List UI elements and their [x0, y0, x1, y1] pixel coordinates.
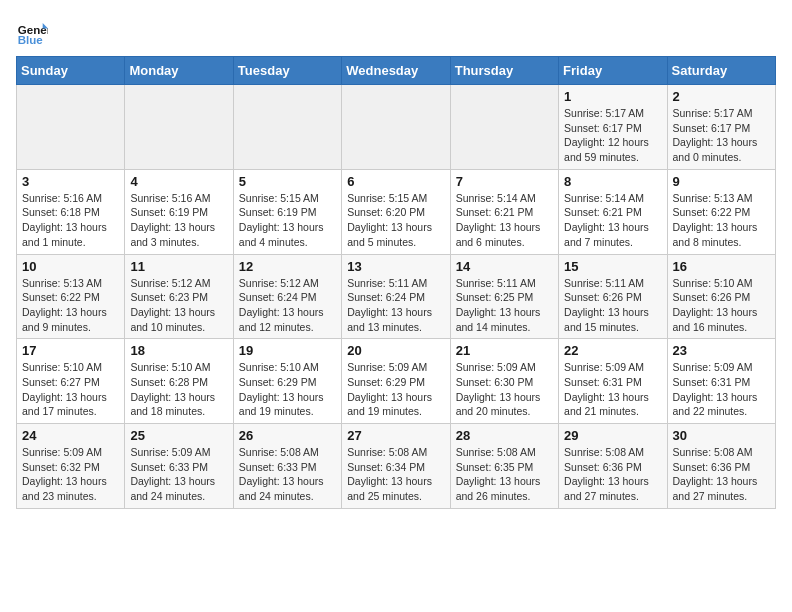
- day-number: 5: [239, 174, 336, 189]
- day-info: Sunrise: 5:16 AM Sunset: 6:19 PM Dayligh…: [130, 191, 227, 250]
- day-number: 1: [564, 89, 661, 104]
- logo-icon: General Blue: [16, 16, 48, 48]
- calendar-week-row: 1Sunrise: 5:17 AM Sunset: 6:17 PM Daylig…: [17, 85, 776, 170]
- weekday-header: Tuesday: [233, 57, 341, 85]
- day-number: 3: [22, 174, 119, 189]
- calendar-cell: 2Sunrise: 5:17 AM Sunset: 6:17 PM Daylig…: [667, 85, 775, 170]
- day-info: Sunrise: 5:14 AM Sunset: 6:21 PM Dayligh…: [564, 191, 661, 250]
- day-info: Sunrise: 5:09 AM Sunset: 6:33 PM Dayligh…: [130, 445, 227, 504]
- day-number: 24: [22, 428, 119, 443]
- calendar-cell: 22Sunrise: 5:09 AM Sunset: 6:31 PM Dayli…: [559, 339, 667, 424]
- calendar-cell: 13Sunrise: 5:11 AM Sunset: 6:24 PM Dayli…: [342, 254, 450, 339]
- calendar-cell: 29Sunrise: 5:08 AM Sunset: 6:36 PM Dayli…: [559, 424, 667, 509]
- day-number: 22: [564, 343, 661, 358]
- weekday-header: Sunday: [17, 57, 125, 85]
- day-info: Sunrise: 5:14 AM Sunset: 6:21 PM Dayligh…: [456, 191, 553, 250]
- svg-text:Blue: Blue: [18, 34, 44, 46]
- day-number: 21: [456, 343, 553, 358]
- calendar-week-row: 24Sunrise: 5:09 AM Sunset: 6:32 PM Dayli…: [17, 424, 776, 509]
- day-info: Sunrise: 5:12 AM Sunset: 6:23 PM Dayligh…: [130, 276, 227, 335]
- day-info: Sunrise: 5:17 AM Sunset: 6:17 PM Dayligh…: [673, 106, 770, 165]
- day-number: 20: [347, 343, 444, 358]
- day-number: 2: [673, 89, 770, 104]
- day-number: 14: [456, 259, 553, 274]
- calendar-week-row: 3Sunrise: 5:16 AM Sunset: 6:18 PM Daylig…: [17, 169, 776, 254]
- day-info: Sunrise: 5:09 AM Sunset: 6:32 PM Dayligh…: [22, 445, 119, 504]
- calendar-cell: 25Sunrise: 5:09 AM Sunset: 6:33 PM Dayli…: [125, 424, 233, 509]
- day-info: Sunrise: 5:10 AM Sunset: 6:27 PM Dayligh…: [22, 360, 119, 419]
- day-info: Sunrise: 5:09 AM Sunset: 6:31 PM Dayligh…: [673, 360, 770, 419]
- day-info: Sunrise: 5:09 AM Sunset: 6:29 PM Dayligh…: [347, 360, 444, 419]
- day-info: Sunrise: 5:08 AM Sunset: 6:35 PM Dayligh…: [456, 445, 553, 504]
- day-info: Sunrise: 5:10 AM Sunset: 6:28 PM Dayligh…: [130, 360, 227, 419]
- calendar-cell: 9Sunrise: 5:13 AM Sunset: 6:22 PM Daylig…: [667, 169, 775, 254]
- weekday-header: Friday: [559, 57, 667, 85]
- day-number: 7: [456, 174, 553, 189]
- day-info: Sunrise: 5:08 AM Sunset: 6:33 PM Dayligh…: [239, 445, 336, 504]
- calendar-cell: 27Sunrise: 5:08 AM Sunset: 6:34 PM Dayli…: [342, 424, 450, 509]
- day-number: 30: [673, 428, 770, 443]
- calendar-cell: 15Sunrise: 5:11 AM Sunset: 6:26 PM Dayli…: [559, 254, 667, 339]
- day-info: Sunrise: 5:15 AM Sunset: 6:20 PM Dayligh…: [347, 191, 444, 250]
- day-number: 23: [673, 343, 770, 358]
- calendar-week-row: 10Sunrise: 5:13 AM Sunset: 6:22 PM Dayli…: [17, 254, 776, 339]
- day-info: Sunrise: 5:17 AM Sunset: 6:17 PM Dayligh…: [564, 106, 661, 165]
- calendar-cell: 10Sunrise: 5:13 AM Sunset: 6:22 PM Dayli…: [17, 254, 125, 339]
- day-number: 16: [673, 259, 770, 274]
- calendar-cell: 24Sunrise: 5:09 AM Sunset: 6:32 PM Dayli…: [17, 424, 125, 509]
- calendar-cell: [450, 85, 558, 170]
- calendar-cell: [125, 85, 233, 170]
- logo: General Blue: [16, 16, 48, 48]
- calendar-cell: 14Sunrise: 5:11 AM Sunset: 6:25 PM Dayli…: [450, 254, 558, 339]
- calendar-cell: 11Sunrise: 5:12 AM Sunset: 6:23 PM Dayli…: [125, 254, 233, 339]
- day-number: 9: [673, 174, 770, 189]
- day-number: 28: [456, 428, 553, 443]
- weekday-header: Thursday: [450, 57, 558, 85]
- day-info: Sunrise: 5:16 AM Sunset: 6:18 PM Dayligh…: [22, 191, 119, 250]
- calendar-cell: 4Sunrise: 5:16 AM Sunset: 6:19 PM Daylig…: [125, 169, 233, 254]
- day-number: 18: [130, 343, 227, 358]
- day-number: 8: [564, 174, 661, 189]
- day-info: Sunrise: 5:10 AM Sunset: 6:26 PM Dayligh…: [673, 276, 770, 335]
- day-info: Sunrise: 5:13 AM Sunset: 6:22 PM Dayligh…: [22, 276, 119, 335]
- day-number: 25: [130, 428, 227, 443]
- calendar-cell: 6Sunrise: 5:15 AM Sunset: 6:20 PM Daylig…: [342, 169, 450, 254]
- day-number: 6: [347, 174, 444, 189]
- day-info: Sunrise: 5:11 AM Sunset: 6:25 PM Dayligh…: [456, 276, 553, 335]
- day-number: 17: [22, 343, 119, 358]
- day-info: Sunrise: 5:15 AM Sunset: 6:19 PM Dayligh…: [239, 191, 336, 250]
- day-number: 19: [239, 343, 336, 358]
- calendar-cell: 12Sunrise: 5:12 AM Sunset: 6:24 PM Dayli…: [233, 254, 341, 339]
- calendar-cell: 8Sunrise: 5:14 AM Sunset: 6:21 PM Daylig…: [559, 169, 667, 254]
- calendar-cell: 16Sunrise: 5:10 AM Sunset: 6:26 PM Dayli…: [667, 254, 775, 339]
- calendar-cell: [342, 85, 450, 170]
- day-number: 29: [564, 428, 661, 443]
- day-number: 13: [347, 259, 444, 274]
- weekday-header: Wednesday: [342, 57, 450, 85]
- calendar-table: SundayMondayTuesdayWednesdayThursdayFrid…: [16, 56, 776, 509]
- weekday-header: Saturday: [667, 57, 775, 85]
- calendar-body: 1Sunrise: 5:17 AM Sunset: 6:17 PM Daylig…: [17, 85, 776, 509]
- day-info: Sunrise: 5:11 AM Sunset: 6:26 PM Dayligh…: [564, 276, 661, 335]
- calendar-cell: 28Sunrise: 5:08 AM Sunset: 6:35 PM Dayli…: [450, 424, 558, 509]
- day-info: Sunrise: 5:08 AM Sunset: 6:36 PM Dayligh…: [564, 445, 661, 504]
- calendar-cell: 20Sunrise: 5:09 AM Sunset: 6:29 PM Dayli…: [342, 339, 450, 424]
- day-number: 10: [22, 259, 119, 274]
- calendar-cell: 23Sunrise: 5:09 AM Sunset: 6:31 PM Dayli…: [667, 339, 775, 424]
- calendar-cell: 17Sunrise: 5:10 AM Sunset: 6:27 PM Dayli…: [17, 339, 125, 424]
- day-number: 27: [347, 428, 444, 443]
- calendar-cell: 5Sunrise: 5:15 AM Sunset: 6:19 PM Daylig…: [233, 169, 341, 254]
- calendar-cell: 30Sunrise: 5:08 AM Sunset: 6:36 PM Dayli…: [667, 424, 775, 509]
- calendar-cell: [233, 85, 341, 170]
- calendar-cell: 18Sunrise: 5:10 AM Sunset: 6:28 PM Dayli…: [125, 339, 233, 424]
- calendar-cell: 3Sunrise: 5:16 AM Sunset: 6:18 PM Daylig…: [17, 169, 125, 254]
- weekday-header: Monday: [125, 57, 233, 85]
- day-info: Sunrise: 5:11 AM Sunset: 6:24 PM Dayligh…: [347, 276, 444, 335]
- day-info: Sunrise: 5:09 AM Sunset: 6:31 PM Dayligh…: [564, 360, 661, 419]
- day-number: 26: [239, 428, 336, 443]
- calendar-week-row: 17Sunrise: 5:10 AM Sunset: 6:27 PM Dayli…: [17, 339, 776, 424]
- day-number: 15: [564, 259, 661, 274]
- day-number: 4: [130, 174, 227, 189]
- calendar-cell: 21Sunrise: 5:09 AM Sunset: 6:30 PM Dayli…: [450, 339, 558, 424]
- day-number: 11: [130, 259, 227, 274]
